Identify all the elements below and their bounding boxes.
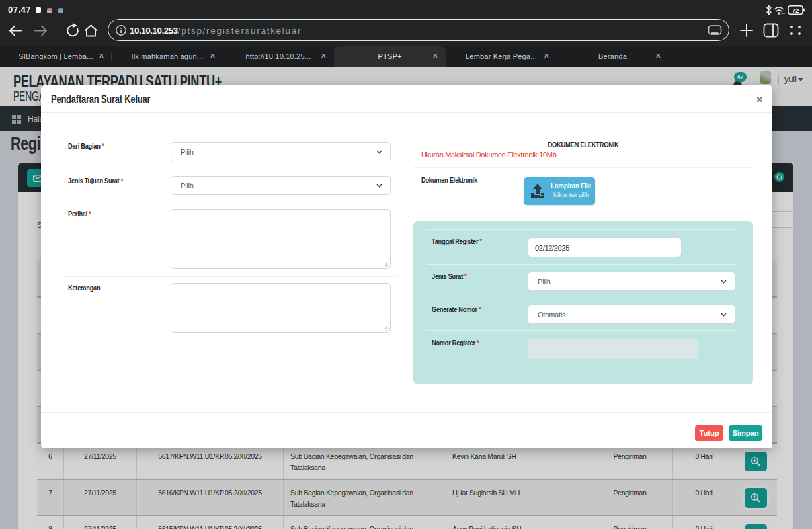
svg-text:72: 72 xyxy=(792,7,799,14)
